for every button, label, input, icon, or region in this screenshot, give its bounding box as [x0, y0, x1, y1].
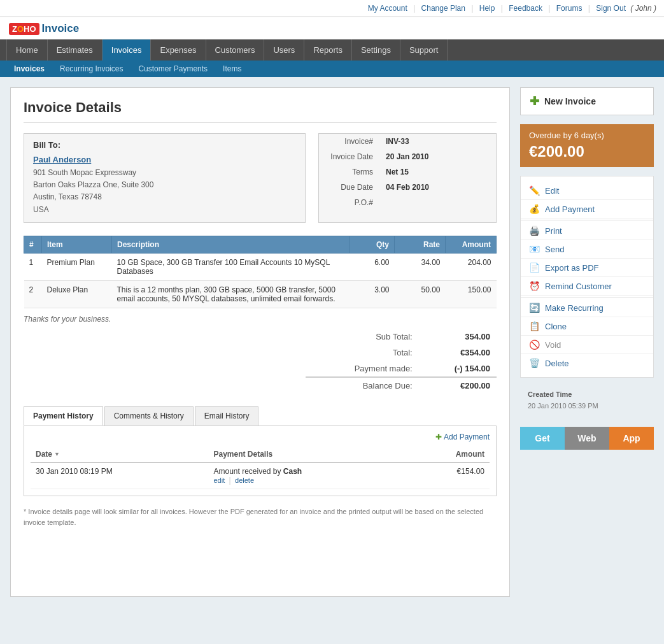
row2-item: Deluxe Plan — [42, 280, 112, 308]
sub-total-value: 354.00 — [419, 329, 497, 345]
tab-payment-history[interactable]: Payment History — [24, 406, 103, 426]
logo[interactable]: ZOHO Invoice — [9, 22, 79, 35]
row1-qty: 6.00 — [350, 253, 395, 280]
remind-label: Remind Customer — [545, 282, 612, 291]
nav-home[interactable]: Home — [6, 39, 48, 61]
items-table: # Item Description Qty Rate Amount 1 Pre… — [24, 236, 497, 308]
delete-payment-link[interactable]: delete — [235, 476, 254, 484]
sidebar: ✚ New Invoice Overdue by 6 day(s) €200.0… — [520, 87, 654, 597]
nav-customers[interactable]: Customers — [206, 39, 265, 61]
total-value: €354.00 — [419, 345, 497, 361]
payment-header-row: Add Payment — [31, 433, 490, 441]
sub-navigation: Invoices Recurring Invoices Customer Pay… — [0, 61, 664, 77]
edit-icon: ✏️ — [528, 185, 540, 196]
terms-value: Net 15 — [379, 164, 496, 180]
address-line2: Barton Oaks Plazza One, Suite 300 — [33, 179, 296, 191]
date-sort[interactable]: Date ▼ — [36, 450, 60, 459]
sidebar-divider2 — [521, 297, 653, 297]
payment-made-value: (-) 154.00 — [419, 361, 497, 377]
add-payment-action[interactable]: 💰 Add Payment — [521, 200, 653, 218]
row1-item: Premium Plan — [42, 253, 112, 280]
void-label: Void — [545, 340, 561, 350]
payment-date: 30 Jan 2010 08:19 PM — [31, 462, 208, 489]
sort-arrow-icon: ▼ — [54, 451, 60, 457]
make-recurring-action[interactable]: 🔄 Make Recurring — [521, 299, 653, 317]
nav-expenses[interactable]: Expenses — [151, 39, 206, 61]
invoice-meta-box: Invoice# INV-33 Invoice Date 20 Jan 2010… — [318, 133, 497, 223]
nav-invoices[interactable]: Invoices — [102, 39, 152, 61]
print-action[interactable]: 🖨️ Print — [521, 222, 653, 240]
feedback-link[interactable]: Feedback — [509, 4, 542, 13]
make-recurring-label: Make Recurring — [545, 303, 604, 313]
customer-name-link[interactable]: Paul Anderson — [33, 155, 296, 164]
sign-out-link[interactable]: Sign Out — [596, 4, 626, 13]
row2-description: This is a 12 months plan, 300 GB space, … — [112, 280, 350, 308]
col-date[interactable]: Date ▼ — [31, 447, 208, 462]
void-icon: 🚫 — [528, 340, 540, 350]
tab-comments-history[interactable]: Comments & History — [104, 406, 194, 426]
totals-table: Sub Total: 354.00 Total: €354.00 Payment… — [306, 329, 497, 394]
edit-action[interactable]: ✏️ Edit — [521, 182, 653, 200]
created-time-label: Created Time — [528, 389, 646, 401]
tab-email-history[interactable]: Email History — [195, 406, 259, 426]
delete-label: Delete — [545, 359, 569, 368]
change-plan-link[interactable]: Change Plan — [421, 4, 465, 13]
main-content: Invoice Details Bill To: Paul Anderson 9… — [10, 87, 510, 597]
sidebar-meta: Created Time 20 Jan 2010 05:39 PM — [520, 387, 654, 414]
invoice-num-label: Invoice# — [319, 134, 379, 149]
remind-customer-action[interactable]: ⏰ Remind Customer — [521, 277, 653, 296]
address-line4: USA — [33, 204, 296, 216]
delete-action[interactable]: 🗑️ Delete — [521, 354, 653, 372]
terms-label: Terms — [319, 164, 379, 180]
send-action[interactable]: 📧 Send — [521, 240, 653, 259]
overdue-box: Overdue by 6 day(s) €200.00 — [520, 124, 654, 167]
forums-link[interactable]: Forums — [556, 4, 583, 13]
nav-estimates[interactable]: Estimates — [48, 39, 102, 61]
get-web-app-banner: Get Web App — [520, 427, 654, 450]
app-button[interactable]: App — [609, 427, 654, 450]
balance-due-value: €200.00 — [419, 377, 497, 394]
remind-icon: ⏰ — [528, 281, 540, 291]
export-pdf-action[interactable]: 📄 Export as PDF — [521, 259, 653, 277]
web-button[interactable]: Web — [565, 427, 609, 450]
void-action[interactable]: 🚫 Void — [521, 336, 653, 354]
add-payment-link[interactable]: Add Payment — [435, 433, 490, 441]
nav-reports[interactable]: Reports — [304, 39, 352, 61]
nav-support[interactable]: Support — [400, 39, 448, 61]
subnav-customer-payments[interactable]: Customer Payments — [131, 61, 215, 77]
help-link[interactable]: Help — [479, 4, 495, 13]
bill-to-label: Bill To: — [33, 140, 296, 150]
row2-rate: 50.00 — [395, 280, 446, 308]
col-num: # — [24, 236, 42, 253]
nav-users[interactable]: Users — [264, 39, 304, 61]
row1-rate: 34.00 — [395, 253, 446, 280]
invoice-logo-text: Invoice — [42, 22, 80, 35]
balance-due-label: Balance Due: — [306, 377, 419, 394]
table-row: 1 Premium Plan 10 GB Space, 300 GB Trans… — [24, 253, 497, 280]
edit-payment-link[interactable]: edit — [213, 476, 225, 484]
zoho-logo: ZOHO — [9, 23, 39, 35]
thank-you-text: Thanks for your business. — [24, 315, 497, 324]
get-button[interactable]: Get — [520, 427, 565, 450]
date-col-label: Date — [36, 450, 52, 459]
nav-settings[interactable]: Settings — [352, 39, 400, 61]
my-account-link[interactable]: My Account — [368, 4, 407, 13]
po-label: P.O.# — [319, 195, 379, 210]
sub-total-label: Sub Total: — [306, 329, 419, 345]
subnav-invoices[interactable]: Invoices — [6, 61, 52, 77]
print-label: Print — [545, 226, 562, 236]
address-line1: 901 South Mopac Expressway — [33, 167, 296, 179]
row1-description: 10 GB Space, 300 GB Transfer 100 Email A… — [112, 253, 350, 280]
tab-content-payment-history: Add Payment Date ▼ Payment Details Amoun… — [24, 426, 497, 496]
payment-amount: €154.00 — [410, 462, 490, 489]
new-invoice-button[interactable]: ✚ New Invoice — [520, 87, 654, 115]
subnav-items[interactable]: Items — [215, 61, 249, 77]
send-label: Send — [545, 245, 564, 254]
created-time-value: 20 Jan 2010 05:39 PM — [528, 401, 646, 412]
export-pdf-label: Export as PDF — [545, 263, 599, 273]
clone-action[interactable]: 📋 Clone — [521, 317, 653, 336]
sidebar-actions: ✏️ Edit 💰 Add Payment 🖨️ Print 📧 Send 📄 … — [520, 176, 654, 378]
bill-to-box: Bill To: Paul Anderson 901 South Mopac E… — [24, 133, 306, 223]
subnav-recurring[interactable]: Recurring Invoices — [52, 61, 131, 77]
main-navigation: Home Estimates Invoices Expenses Custome… — [0, 39, 664, 61]
